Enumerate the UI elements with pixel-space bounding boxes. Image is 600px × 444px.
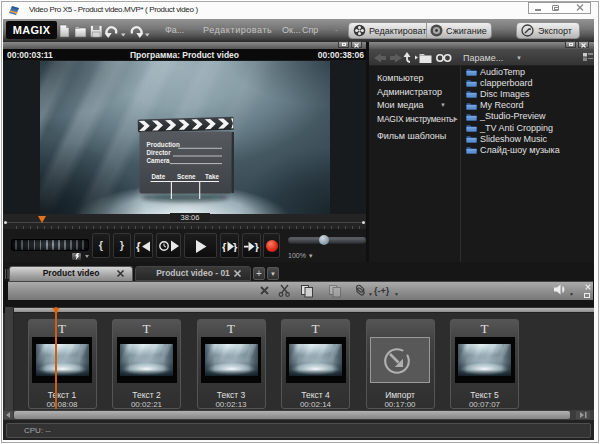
svg-text:{: { [222,241,227,252]
svg-text:{: { [136,241,141,252]
svg-text:Camera: Camera [147,157,171,164]
svg-text:}: } [233,241,238,252]
svg-text:Director: Director [147,149,172,156]
svg-text:Scene: Scene [177,173,196,180]
svg-text:Date: Date [152,173,166,180]
svg-text:Take: Take [205,173,219,180]
svg-text:Production: Production [147,141,180,148]
svg-text:}: } [254,241,259,252]
